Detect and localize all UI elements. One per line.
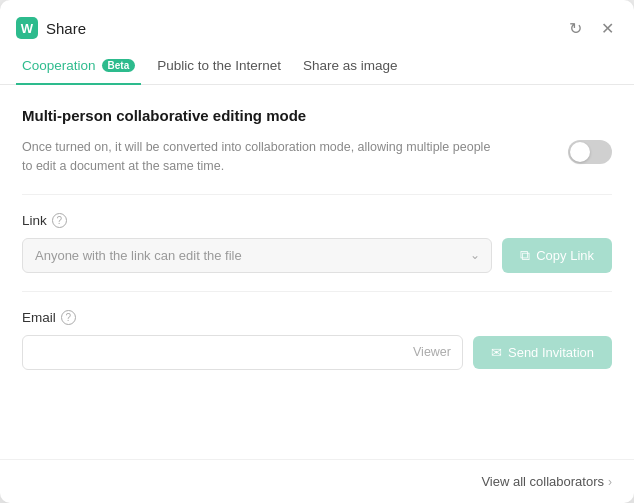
collaboration-header-left: Multi-person collaborative editing mode: [22, 107, 306, 132]
email-input[interactable]: [22, 335, 463, 370]
content-area: Multi-person collaborative editing mode …: [0, 85, 634, 441]
title-bar: W Share ↻ ✕: [0, 0, 634, 44]
tab-cooperation-badge: Beta: [102, 59, 136, 72]
link-row: Anyone with the link can edit the file A…: [22, 238, 612, 273]
copy-link-label: Copy Link: [536, 248, 594, 263]
toggle-thumb: [570, 142, 590, 162]
app-icon: W: [16, 17, 38, 39]
title-bar-right: ↻ ✕: [564, 17, 618, 39]
send-invitation-label: Send Invitation: [508, 345, 594, 360]
refresh-button[interactable]: ↻: [564, 17, 586, 39]
tab-share-image-label: Share as image: [303, 58, 398, 73]
collaboration-toggle[interactable]: [568, 140, 612, 164]
tab-cooperation[interactable]: Cooperation Beta: [16, 48, 141, 85]
link-label-text: Link: [22, 213, 47, 228]
window-title: Share: [46, 20, 86, 37]
refresh-icon: ↻: [569, 19, 582, 38]
link-label: Link ?: [22, 213, 612, 228]
tab-public[interactable]: Public to the Internet: [151, 48, 287, 85]
link-select-wrapper: Anyone with the link can edit the file A…: [22, 238, 492, 273]
close-button[interactable]: ✕: [596, 17, 618, 39]
svg-text:W: W: [21, 21, 34, 36]
divider-1: [22, 194, 612, 195]
email-label-text: Email: [22, 310, 56, 325]
view-all-collaborators-button[interactable]: View all collaborators ›: [481, 474, 612, 489]
title-bar-left: W Share: [16, 17, 86, 39]
collaboration-section: Multi-person collaborative editing mode …: [22, 107, 612, 176]
copy-icon: ⧉: [520, 247, 530, 264]
email-row: Viewer ✉ Send Invitation: [22, 335, 612, 370]
email-input-wrapper: Viewer: [22, 335, 463, 370]
share-dialog: W Share ↻ ✕ Cooperation Beta Public to t…: [0, 0, 634, 503]
divider-2: [22, 291, 612, 292]
email-label: Email ?: [22, 310, 612, 325]
close-icon: ✕: [601, 19, 614, 38]
view-all-label: View all collaborators: [481, 474, 604, 489]
link-permission-select[interactable]: Anyone with the link can edit the file A…: [22, 238, 492, 273]
collaboration-description: Once turned on, it will be converted int…: [22, 138, 502, 176]
tab-public-label: Public to the Internet: [157, 58, 281, 73]
send-invitation-button[interactable]: ✉ Send Invitation: [473, 336, 612, 369]
copy-link-button[interactable]: ⧉ Copy Link: [502, 238, 612, 273]
tab-share-image[interactable]: Share as image: [297, 48, 404, 85]
chevron-right-icon: ›: [608, 475, 612, 489]
tab-bar: Cooperation Beta Public to the Internet …: [0, 48, 634, 85]
email-help-icon[interactable]: ?: [61, 310, 76, 325]
viewer-label: Viewer: [413, 345, 451, 359]
collaboration-title: Multi-person collaborative editing mode: [22, 107, 306, 124]
link-section: Link ? Anyone with the link can edit the…: [22, 213, 612, 273]
send-icon: ✉: [491, 345, 502, 360]
footer: View all collaborators ›: [0, 459, 634, 503]
collaboration-header-row: Multi-person collaborative editing mode: [22, 107, 612, 132]
link-help-icon[interactable]: ?: [52, 213, 67, 228]
tab-cooperation-label: Cooperation: [22, 58, 96, 73]
email-section: Email ? Viewer ✉ Send Invitation: [22, 310, 612, 370]
collaboration-desc-row: Once turned on, it will be converted int…: [22, 138, 612, 176]
